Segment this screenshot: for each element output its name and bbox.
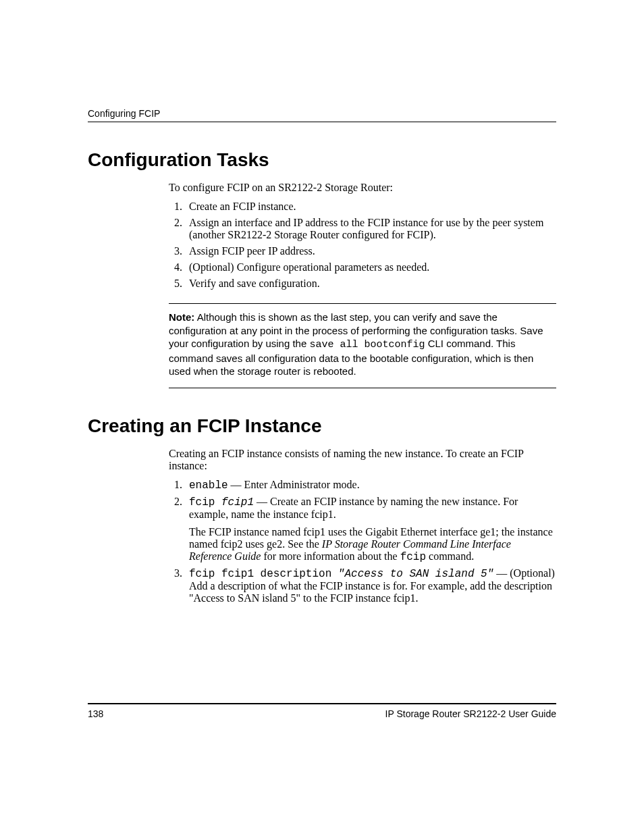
cmd-arg-fcip1: fcip1	[221, 496, 254, 509]
list-item: fcip fcip1 — Create an FCIP instance by …	[185, 496, 556, 563]
heading-config-tasks: Configuration Tasks	[88, 149, 556, 171]
heading-creating-fcip: Creating an FCIP Instance	[88, 415, 556, 437]
note-block: Note: Although this is shown as the last…	[169, 303, 556, 388]
list-item: (Optional) Configure operational paramet…	[185, 261, 556, 273]
list-item: Assign an interface and IP address to th…	[185, 217, 556, 241]
step-text: — Enter Administrator mode.	[228, 479, 360, 490]
cmd-description: fcip fcip1 description	[189, 568, 338, 580]
cmd-fcip: fcip	[189, 496, 221, 509]
section2-steps: enable — Enter Administrator mode. fcip …	[169, 479, 556, 604]
page-content: Configuring FCIP Configuration Tasks To …	[0, 0, 644, 604]
page-footer: 138 IP Storage Router SR2122-2 User Guid…	[88, 703, 556, 719]
section2-intro: Creating an FCIP instance consists of na…	[169, 448, 556, 472]
footer-title: IP Storage Router SR2122-2 User Guide	[385, 708, 556, 719]
running-header: Configuring FCIP	[88, 108, 556, 122]
list-item: fcip fcip1 description "Access to SAN is…	[185, 567, 556, 604]
list-item: Verify and save configuration.	[185, 278, 556, 290]
cmd-arg-desc: "Access to SAN island 5"	[338, 568, 493, 580]
note-command: save all bootconfig	[309, 339, 425, 350]
page-number: 138	[88, 708, 103, 719]
list-item: Create an FCIP instance.	[185, 201, 556, 213]
note-label: Note:	[169, 311, 194, 323]
section1-body: To configure FCIP on an SR2122-2 Storage…	[169, 182, 556, 388]
list-item: Assign FCIP peer IP address.	[185, 245, 556, 257]
section1-intro: To configure FCIP on an SR2122-2 Storage…	[169, 182, 556, 194]
cmd-fcip-inline: fcip	[400, 551, 426, 563]
step-subparagraph: The FCIP instance named fcip1 uses the G…	[189, 526, 556, 563]
section2-body: Creating an FCIP instance consists of na…	[169, 448, 556, 604]
cmd-enable: enable	[189, 479, 228, 492]
para-mid: for more information about the	[261, 550, 400, 562]
section1-steps: Create an FCIP instance. Assign an inter…	[169, 201, 556, 290]
para-post: command.	[426, 550, 474, 562]
list-item: enable — Enter Administrator mode.	[185, 479, 556, 492]
